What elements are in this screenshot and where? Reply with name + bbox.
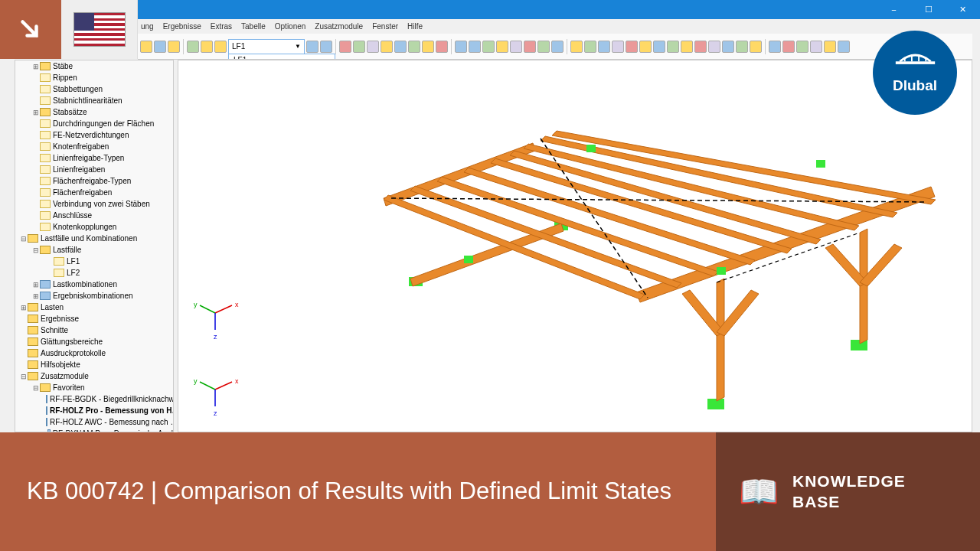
tree-item[interactable]: RF-HOLZ AWC - Bemessung nach …: [15, 416, 173, 428]
toolbar-icon[interactable]: [187, 41, 199, 53]
tree-item[interactable]: Schnitte: [15, 324, 173, 336]
toolbar-icon[interactable]: [422, 41, 434, 53]
tree-item[interactable]: Flächenfreigaben: [15, 187, 173, 198]
toolbar-icon[interactable]: [140, 41, 152, 53]
tree-item[interactable]: Knotenfreigaben: [15, 141, 173, 152]
tree-item[interactable]: ⊞Ergebniskombinationen: [15, 290, 173, 302]
menu-item[interactable]: Tabelle: [241, 22, 266, 31]
toolbar-icon[interactable]: [455, 41, 467, 53]
dropdown-value: LF1: [232, 42, 245, 51]
tree-item[interactable]: ⊞Stabsätze: [15, 106, 173, 118]
toolbar-icon[interactable]: [570, 41, 583, 53]
tree-item[interactable]: ⊞Stäbe: [15, 60, 173, 72]
tree-item[interactable]: RF-HOLZ Pro - Bemessung von H…: [15, 405, 173, 416]
tree-item[interactable]: Stabnichtlinearitäten: [15, 95, 173, 106]
toolbar-icon[interactable]: [769, 41, 781, 53]
toolbar-icon[interactable]: [469, 41, 481, 53]
toolbar-icon[interactable]: [810, 41, 822, 53]
tree-item[interactable]: ⊞Lastkombinationen: [15, 279, 173, 290]
toolbar-icon[interactable]: [214, 41, 227, 53]
toolbar-icon[interactable]: [496, 41, 508, 53]
toolbar-icon[interactable]: [694, 41, 707, 53]
toolbar-icon[interactable]: [537, 41, 550, 53]
menu-item[interactable]: Hilfe: [407, 22, 423, 31]
tree-item[interactable]: ⊟Favoriten: [15, 382, 173, 393]
menu-item[interactable]: Fenster: [372, 22, 398, 31]
tree-item[interactable]: ⊟Lastfälle und Kombinationen: [15, 233, 173, 244]
tree-item[interactable]: ⊟Zusatzmodule: [15, 370, 173, 382]
svg-rect-7: [586, 145, 596, 152]
menu-item[interactable]: ung: [141, 22, 154, 31]
toolbar-icon[interactable]: [154, 41, 166, 53]
tree-item[interactable]: RF-FE-BGDK - Biegedrillknicknachw: [15, 393, 173, 405]
toolbar-icon[interactable]: [510, 41, 522, 53]
svg-rect-0: [707, 399, 724, 409]
toolbar-icon[interactable]: [353, 41, 365, 53]
toolbar-icon[interactable]: [436, 41, 448, 53]
maximize-button[interactable]: ☐: [911, 0, 946, 19]
svg-text:x: x: [235, 301, 239, 308]
tree-item[interactable]: Ausdruckprotokolle: [15, 347, 173, 359]
toolbar-icon[interactable]: [639, 41, 652, 53]
toolbar-icon[interactable]: [339, 41, 351, 53]
tree-item[interactable]: ⊟Lastfälle: [15, 244, 173, 256]
model-viewport[interactable]: x y z x y z: [178, 60, 972, 432]
toolbar-icon[interactable]: [482, 41, 495, 53]
tree-item[interactable]: Knotenkopplungen: [15, 221, 173, 233]
toolbar-icon[interactable]: [681, 41, 693, 53]
toolbar-icon[interactable]: [320, 41, 332, 53]
navigator-tree: ⊞Stäbe Rippen Stabbettungen Stabnichtlin…: [15, 60, 174, 432]
category-label: KNOWLEDGE BASE: [792, 471, 906, 512]
tree-item[interactable]: Stabbettungen: [15, 83, 173, 95]
tree-item[interactable]: Linienfreigabe-Typen: [15, 152, 173, 164]
dropdown-option[interactable]: LF1: [229, 54, 335, 60]
tree-item[interactable]: Ergebnisse: [15, 313, 173, 324]
toolbar-icon[interactable]: [201, 41, 213, 53]
toolbar-icon[interactable]: [667, 41, 679, 53]
arrow-down-right-icon: [17, 16, 44, 44]
tree-item[interactable]: Durchdringungen der Flächen: [15, 118, 173, 129]
tree-item[interactable]: ⊞Lasten: [15, 302, 173, 313]
toolbar-icon[interactable]: [722, 41, 734, 53]
toolbar-icon[interactable]: [381, 41, 393, 53]
close-button[interactable]: ✕: [946, 0, 980, 19]
tree-item[interactable]: Rippen: [15, 72, 173, 83]
toolbar-icon[interactable]: [306, 41, 318, 53]
toolbar-icon[interactable]: [598, 41, 610, 53]
svg-line-11: [215, 382, 232, 390]
tree-item[interactable]: Hilfsobjekte: [15, 359, 173, 370]
toolbar-icon[interactable]: [750, 41, 762, 53]
toolbar-icon[interactable]: [584, 41, 596, 53]
tree-item[interactable]: Anschlüsse: [15, 210, 173, 221]
toolbar-icon[interactable]: [551, 41, 564, 53]
tree-item[interactable]: LF2: [15, 267, 173, 279]
toolbar-icon[interactable]: [736, 41, 748, 53]
toolbar-icon[interactable]: [168, 41, 180, 53]
menu-item[interactable]: Ergebnisse: [163, 22, 201, 31]
toolbar-icon[interactable]: [408, 41, 420, 53]
toolbar-icon[interactable]: [796, 41, 808, 53]
toolbar-icon[interactable]: [782, 41, 795, 53]
load-case-dropdown[interactable]: LF1 ▼ LF1 LF2 LK1 - 1.35*LF1 + 1.5*LF2 L…: [228, 39, 305, 54]
toolbar-icon[interactable]: [824, 41, 836, 53]
toolbar-icon[interactable]: [367, 41, 379, 53]
tree-item[interactable]: Linienfreigaben: [15, 164, 173, 175]
toolbar-icon[interactable]: [394, 41, 407, 53]
minimize-button[interactable]: −: [877, 0, 911, 19]
language-flag[interactable]: [61, 0, 138, 59]
menu-item[interactable]: Extras: [211, 22, 232, 31]
tree-item[interactable]: Glättungsbereiche: [15, 336, 173, 347]
toolbar-icon[interactable]: [708, 41, 720, 53]
toolbar-icon[interactable]: [524, 41, 536, 53]
tree-item[interactable]: Flächenfreigabe-Typen: [15, 175, 173, 187]
toolbar-icon[interactable]: [653, 41, 665, 53]
menu-item[interactable]: Zusatzmodule: [315, 22, 363, 31]
toolbar-icon[interactable]: [612, 41, 624, 53]
toolbar-icon[interactable]: [626, 41, 638, 53]
tree-item[interactable]: FE-Netzverdichtungen: [15, 129, 173, 141]
tree-item[interactable]: Verbindung von zwei Stäben: [15, 198, 173, 210]
tree-item[interactable]: LF1: [15, 256, 173, 267]
svg-text:y: y: [194, 377, 198, 385]
menu-item[interactable]: Optionen: [275, 22, 306, 31]
toolbar-icon[interactable]: [838, 41, 850, 53]
